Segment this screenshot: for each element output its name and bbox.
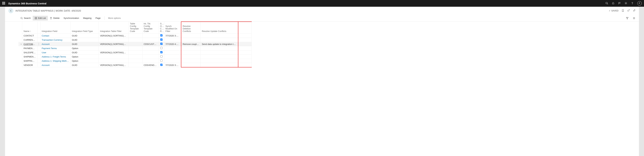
- syn-only-checkbox[interactable]: [160, 43, 162, 45]
- col-int-field[interactable]: Integration Field: [40, 22, 70, 34]
- cell-synch-modified[interactable]: 7/7/2020 4:00 PM: [164, 42, 181, 46]
- cmd-delete[interactable]: Delete: [48, 16, 62, 21]
- cell-int-tbl-cfg-tpl[interactable]: CDSCUSTOME: [142, 42, 159, 46]
- cell-resolve-upd[interactable]: [200, 38, 238, 42]
- cell-int-table-filter[interactable]: [98, 55, 128, 59]
- col-int-tbl-cfg-tpl[interactable]: Int. Tbl. Config Template Code: [142, 22, 159, 34]
- cell-int-field-type[interactable]: Option: [70, 46, 98, 50]
- cell-table-cfg-tpl[interactable]: [128, 38, 142, 42]
- col-int-table-filter[interactable]: Integration Table Filter: [98, 22, 128, 34]
- table-row[interactable]: →CUSTOMER⋯AccountGUIDVERSION(1) SORTING(…: [18, 42, 252, 46]
- col-table-cfg-tpl[interactable]: Table Config Template Code: [128, 22, 142, 34]
- cell-syn-only[interactable]: [159, 34, 164, 38]
- cell-int-field[interactable]: User: [40, 50, 70, 55]
- cell-synch-modified[interactable]: [164, 46, 181, 50]
- table-row[interactable]: SHIPPING A…Address 1: Shipping MethodOpt…: [18, 59, 252, 63]
- cell-int-tbl-cfg-tpl[interactable]: [142, 55, 159, 59]
- col-resolve-upd[interactable]: Resolve Update Conflicts: [200, 22, 238, 34]
- cell-int-field[interactable]: Account: [40, 42, 70, 46]
- cell-resolve-del[interactable]: [181, 38, 200, 42]
- cell-int-tbl-cfg-tpl[interactable]: [142, 59, 159, 63]
- cell-synch-modified[interactable]: 7/7/2020 3:59 PM: [164, 63, 181, 67]
- cell-resolve-del[interactable]: [181, 63, 200, 67]
- cell-int-tbl-cfg-tpl[interactable]: [142, 50, 159, 55]
- table-row[interactable]: PAYMENT T…Payment TermsOption: [18, 46, 252, 50]
- cell-name[interactable]: SHIPMENT …: [22, 55, 37, 59]
- cell-table-cfg-tpl[interactable]: [128, 59, 142, 63]
- cell-syn-only[interactable]: [159, 38, 164, 42]
- bookmark-icon[interactable]: [622, 9, 624, 12]
- cell-synch-modified[interactable]: [164, 38, 181, 42]
- cell-int-field[interactable]: Transaction Currency: [40, 38, 70, 42]
- cell-resolve-del[interactable]: [181, 34, 200, 38]
- cell-int-tbl-cfg-tpl[interactable]: [142, 34, 159, 38]
- cell-int-field-type[interactable]: GUID: [70, 42, 98, 46]
- cell-table-cfg-tpl[interactable]: [128, 42, 142, 46]
- flag-icon[interactable]: [618, 2, 621, 5]
- col-name[interactable]: Name ↑: [22, 22, 37, 34]
- cell-table-cfg-tpl[interactable]: [128, 55, 142, 59]
- cmd-page[interactable]: Page: [94, 16, 102, 21]
- cell-int-field[interactable]: Address 1: Freight Terms: [40, 55, 70, 59]
- cell-int-table-filter[interactable]: [98, 59, 128, 63]
- cell-resolve-upd[interactable]: [200, 50, 238, 55]
- cell-int-field-type[interactable]: GUID: [70, 50, 98, 55]
- syn-only-checkbox[interactable]: [160, 39, 162, 41]
- cell-synch-modified[interactable]: [164, 59, 181, 63]
- syn-only-checkbox[interactable]: [160, 51, 162, 53]
- cell-table-cfg-tpl[interactable]: [128, 63, 142, 67]
- filter-icon[interactable]: [624, 16, 630, 21]
- cell-name[interactable]: CUSTOMER: [22, 42, 37, 46]
- syn-only-checkbox[interactable]: [160, 47, 162, 49]
- cell-int-table-filter[interactable]: VERSION(1) SORTING(Field1) WH…: [98, 63, 128, 67]
- cell-int-table-filter[interactable]: [98, 46, 128, 50]
- settings-gear-icon[interactable]: [624, 2, 627, 5]
- cell-syn-only[interactable]: [159, 46, 164, 50]
- cmd-more-options[interactable]: More options: [106, 16, 123, 21]
- cell-name[interactable]: CONTACT: [22, 34, 37, 38]
- cell-syn-only[interactable]: [159, 42, 164, 46]
- cell-int-field-type[interactable]: GUID: [70, 38, 98, 42]
- table-row[interactable]: CONTACTContactGUIDVERSION(1) SORTING(Fie…: [18, 34, 252, 38]
- list-view-icon[interactable]: [630, 16, 637, 21]
- syn-only-checkbox[interactable]: [160, 64, 162, 66]
- cell-int-field[interactable]: Payment Terms: [40, 46, 70, 50]
- cell-syn-only[interactable]: [159, 50, 164, 55]
- col-syn-only[interactable]: Syn… Only Cou… Rec…: [159, 22, 164, 34]
- cell-int-field-type[interactable]: Option: [70, 55, 98, 59]
- cell-int-field[interactable]: Contact: [40, 34, 70, 38]
- cell-name[interactable]: SHIPPING A…: [22, 59, 37, 63]
- cell-int-field[interactable]: Account: [40, 63, 70, 67]
- cmd-edit-list[interactable]: Edit List: [33, 16, 48, 21]
- syn-only-checkbox[interactable]: [160, 55, 162, 58]
- cmd-search[interactable]: Search: [18, 16, 33, 21]
- user-avatar[interactable]: F: [637, 1, 642, 6]
- table-row[interactable]: VENDORAccountGUIDVERSION(1) SORTING(Fiel…: [18, 63, 252, 67]
- cell-int-field-type[interactable]: GUID: [70, 34, 98, 38]
- cell-resolve-upd[interactable]: Send data update to integration table: [200, 42, 238, 46]
- cell-int-tbl-cfg-tpl[interactable]: CDSVENDOR: [142, 63, 159, 67]
- cell-resolve-del[interactable]: [181, 55, 200, 59]
- app-launcher-icon[interactable]: [2, 2, 5, 5]
- help-icon[interactable]: [631, 2, 634, 5]
- cell-name[interactable]: SALESPEOPLE: [22, 50, 37, 55]
- cell-synch-modified[interactable]: 7/7/2020 3:56 PM: [164, 34, 181, 38]
- cell-table-cfg-tpl[interactable]: [128, 50, 142, 55]
- cell-resolve-upd[interactable]: [200, 34, 238, 38]
- back-button[interactable]: [8, 8, 14, 13]
- cell-int-field-type[interactable]: Option: [70, 59, 98, 63]
- cell-resolve-upd[interactable]: [200, 55, 238, 59]
- cell-int-table-filter[interactable]: VERSION(1) SORTING(Field1) WH…: [98, 50, 128, 55]
- cell-synch-modified[interactable]: [164, 50, 181, 55]
- cell-int-table-filter[interactable]: VERSION(1) SORTING(Field1) WH…: [98, 42, 128, 46]
- cell-resolve-upd[interactable]: [200, 59, 238, 63]
- cell-synch-modified[interactable]: [164, 55, 181, 59]
- cell-int-table-filter[interactable]: VERSION(1) SORTING(Field1) WH…: [98, 34, 128, 38]
- cell-syn-only[interactable]: [159, 55, 164, 59]
- col-int-field-type[interactable]: Integration Field Type: [70, 22, 98, 34]
- cell-syn-only[interactable]: [159, 59, 164, 63]
- cell-int-tbl-cfg-tpl[interactable]: [142, 38, 159, 42]
- cell-int-table-filter[interactable]: [98, 38, 128, 42]
- table-row[interactable]: CURRENCYTransaction CurrencyGUID: [18, 38, 252, 42]
- row-options-icon[interactable]: ⋯: [38, 43, 40, 45]
